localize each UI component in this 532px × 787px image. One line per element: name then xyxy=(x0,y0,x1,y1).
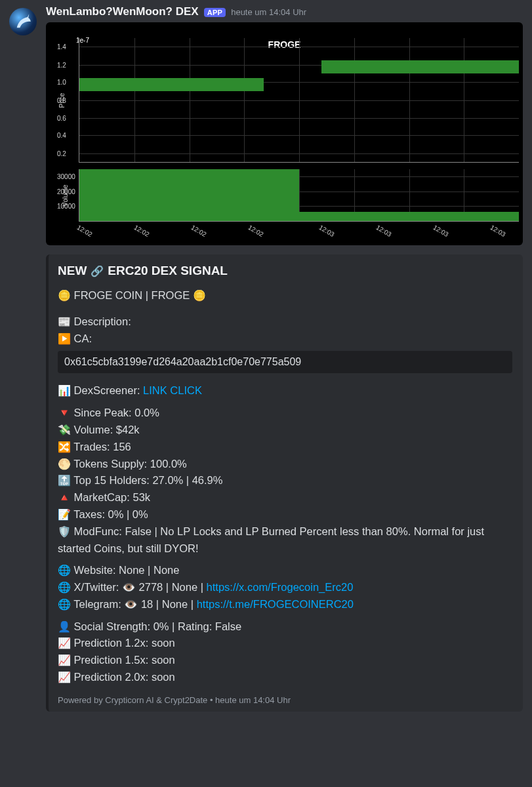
message-timestamp: heute um 14:04 Uhr xyxy=(231,7,306,17)
dexscreener-row: 📊 DexScreener: LINK CLICK xyxy=(58,382,512,399)
message: WenLambo?WenMoon? DEX APP heute um 14:04… xyxy=(9,5,523,712)
twitter-link[interactable]: https://x.com/Frogecoin_Erc20 xyxy=(207,581,354,593)
prediction-20-row: 📈 Prediction 2.0x: soon xyxy=(58,669,512,686)
swap-icon: 🔀 xyxy=(58,441,71,453)
ca-label: ▶️ CA: xyxy=(58,331,512,348)
price-bar-2 xyxy=(321,60,520,73)
prediction-15-row: 📈 Prediction 1.5x: soon xyxy=(58,652,512,669)
pyramid-icon: 🔺 xyxy=(58,492,71,503)
taxes-row: 📝 Taxes: 0% | 0% xyxy=(58,506,512,523)
twitter-row: 🌐 X/Twitter: 👁️ 2778 | None | https://x.… xyxy=(58,579,512,596)
price-bar-1 xyxy=(79,78,264,91)
dexscreener-link[interactable]: LINK CLICK xyxy=(143,384,202,396)
coin-line: 🪙 FROGE COIN | FROGE 🪙 xyxy=(58,287,512,304)
trades-row: 🔀 Trades: 156 xyxy=(58,439,512,456)
app-badge: APP xyxy=(204,8,226,17)
person-icon: 👤 xyxy=(58,621,71,632)
memo-icon: 📝 xyxy=(58,509,71,520)
money-icon: 💸 xyxy=(58,424,71,435)
down-triangle-icon: 🔻 xyxy=(58,407,71,418)
modfunc-row: 🛡️ ModFunc: False | No LP Locks and LP B… xyxy=(58,523,512,557)
play-icon: ▶️ xyxy=(58,333,71,344)
coin-icon: 🪙 xyxy=(193,290,206,301)
embed-footer: Powered by Crypticorn AI & Crypt2Date • … xyxy=(58,695,512,705)
coin-icon: 🪙 xyxy=(58,290,71,301)
chart-up-icon: 📈 xyxy=(58,637,71,649)
unicorn-icon xyxy=(14,12,32,31)
globe-icon: 🌐 xyxy=(58,599,71,610)
since-peak-row: 🔻 Since Peak: 0.0% xyxy=(58,405,512,422)
newspaper-icon: 📰 xyxy=(58,316,71,327)
volume-bar-2 xyxy=(299,212,519,221)
username[interactable]: WenLambo?WenMoon? DEX xyxy=(46,5,199,18)
website-row: 🌐 Website: None | None xyxy=(58,562,512,579)
chart-icon: 📊 xyxy=(58,385,71,396)
social-strength-row: 👤 Social Strength: 0% | Rating: False xyxy=(58,618,512,636)
embed-card: NEW 🔗 ERC20 DEX SIGNAL 🪙 FROGE COIN | FR… xyxy=(46,254,523,712)
top-icon: 🔝 xyxy=(58,475,71,486)
top15-row: 🔝 Top 15 Holders: 27.0% | 46.9% xyxy=(58,472,512,489)
chart-up-icon: 📈 xyxy=(58,672,71,683)
contract-address[interactable]: 0x61c5cbfa3199e7d264a20aa2b1cf0e70e775a5… xyxy=(58,351,512,373)
globe-icon: 🌐 xyxy=(58,582,71,593)
chart-up-icon: 📈 xyxy=(58,655,71,666)
telegram-row: 🌐 Telegram: 👁️ 18 | None | https://t.me/… xyxy=(58,596,512,613)
chain-icon: 🔗 xyxy=(91,265,104,277)
telegram-link[interactable]: https://t.me/FROGECOINERC20 xyxy=(197,598,354,610)
price-plot: Price 0.2 0.4 0.6 0.8 1.0 1.2 1.4 xyxy=(79,38,519,163)
shield-icon: 🛡️ xyxy=(58,526,71,537)
supply-row: 🌕 Tokens Supply: 100.0% xyxy=(58,456,512,473)
chart-attachment[interactable]: 1e-7 FROGE Price 0.2 0.4 0.6 0.8 1.0 1.2… xyxy=(46,22,523,245)
description-label: 📰 Description: xyxy=(58,313,512,331)
prediction-12-row: 📈 Prediction 1.2x: soon xyxy=(58,635,512,652)
bot-avatar[interactable] xyxy=(9,8,37,35)
volume-bar-1 xyxy=(79,169,299,221)
mcap-row: 🔺 MarketCap: 53k xyxy=(58,489,512,506)
globe-icon: 🌐 xyxy=(58,565,71,576)
moon-icon: 🌕 xyxy=(58,458,71,470)
volume-plot: Volume 10000 20000 30000 12:02 12:02 12:… xyxy=(79,169,519,222)
embed-title: NEW 🔗 ERC20 DEX SIGNAL xyxy=(58,264,512,278)
volume-row: 💸 Volume: $42k xyxy=(58,422,512,439)
message-header: WenLambo?WenMoon? DEX APP heute um 14:04… xyxy=(46,5,523,18)
